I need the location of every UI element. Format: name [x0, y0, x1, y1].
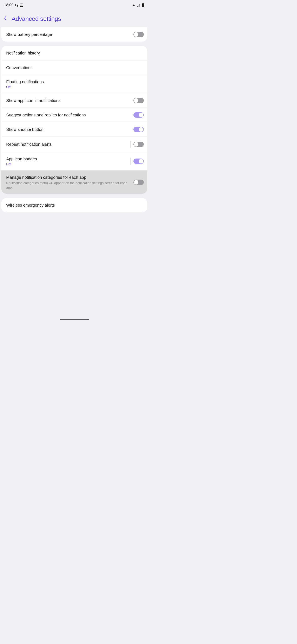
- toggle-app-icon-badges[interactable]: [133, 158, 144, 164]
- label-battery-percentage: Show battery percentage: [6, 32, 130, 37]
- nav-pill[interactable]: [60, 319, 89, 320]
- chevron-left-icon: [4, 16, 7, 21]
- svg-rect-6: [139, 4, 139, 6]
- svg-rect-0: [15, 4, 17, 6]
- divider: [130, 158, 131, 165]
- signal-icon: [137, 3, 140, 7]
- status-time: 18:09: [4, 3, 13, 7]
- svg-rect-1: [17, 4, 18, 6]
- label-suggest-actions: Suggest actions and replies for notifica…: [6, 112, 130, 118]
- row-app-icon-notifications[interactable]: Show app icon in notifications: [1, 93, 147, 108]
- toggle-suggest-actions[interactable]: [133, 112, 144, 118]
- value-app-icon-badges: Dot: [6, 162, 127, 166]
- value-floating-notifications: Off: [6, 85, 140, 89]
- toggle-repeat-alerts[interactable]: [133, 142, 144, 147]
- row-snooze-button[interactable]: Show snooze button: [1, 122, 147, 136]
- card-notifications: Notification history Conversations Float…: [1, 46, 147, 194]
- label-notification-history: Notification history: [6, 50, 140, 56]
- battery-icon: [142, 3, 144, 7]
- wifi-icon: [132, 3, 135, 7]
- label-app-icon-notifications: Show app icon in notifications: [6, 98, 130, 103]
- row-floating-notifications[interactable]: Floating notifications Off: [1, 75, 147, 93]
- row-suggest-actions[interactable]: Suggest actions and replies for notifica…: [1, 108, 147, 122]
- label-app-icon-badges: App icon badges: [6, 156, 127, 162]
- back-button[interactable]: [4, 16, 7, 22]
- card-emergency: Wireless emergency alerts: [1, 198, 147, 212]
- row-wireless-emergency[interactable]: Wireless emergency alerts: [1, 198, 147, 212]
- devices-icon: [15, 3, 19, 7]
- row-notification-history[interactable]: Notification history: [1, 46, 147, 60]
- label-wireless-emergency: Wireless emergency alerts: [6, 202, 140, 208]
- row-conversations[interactable]: Conversations: [1, 60, 147, 75]
- label-floating-notifications: Floating notifications: [6, 79, 140, 84]
- toggle-manage-categories[interactable]: [133, 180, 144, 185]
- label-manage-categories: Manage notification categories for each …: [6, 174, 130, 180]
- row-battery-percentage[interactable]: Show battery percentage: [1, 27, 147, 42]
- row-app-icon-badges[interactable]: App icon badges Dot: [1, 152, 147, 170]
- svg-rect-5: [138, 5, 138, 6]
- divider: [130, 141, 131, 148]
- row-repeat-alerts[interactable]: Repeat notification alerts: [1, 136, 147, 152]
- toggle-snooze-button[interactable]: [133, 127, 144, 132]
- page-title: Advanced settings: [11, 15, 61, 22]
- header: Advanced settings: [0, 9, 148, 28]
- svg-rect-4: [137, 6, 138, 6]
- svg-rect-7: [140, 4, 140, 6]
- label-conversations: Conversations: [6, 65, 140, 70]
- row-manage-categories[interactable]: Manage notification categories for each …: [1, 170, 147, 194]
- svg-rect-10: [142, 4, 144, 7]
- toggle-app-icon-notifications[interactable]: [133, 98, 144, 103]
- picture-icon: [19, 3, 23, 7]
- desc-manage-categories: Notification categories menu will appear…: [6, 181, 130, 190]
- card-battery: Show battery percentage: [1, 27, 147, 42]
- status-bar: 18:09: [0, 0, 148, 9]
- svg-point-3: [21, 4, 21, 5]
- toggle-battery-percentage[interactable]: [133, 32, 144, 37]
- label-snooze-button: Show snooze button: [6, 127, 130, 132]
- label-repeat-alerts: Repeat notification alerts: [6, 142, 127, 147]
